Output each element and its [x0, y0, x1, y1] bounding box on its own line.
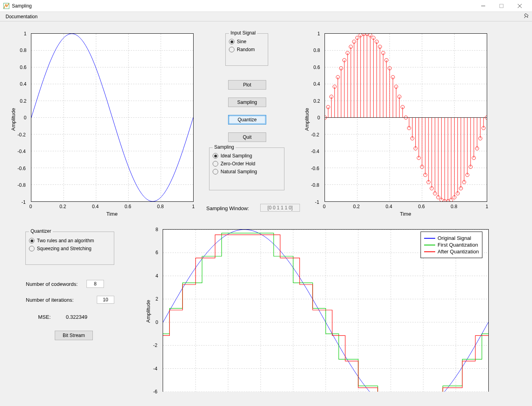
axes1-ytick: -0.6: [17, 166, 26, 171]
axes2-ytick: 0.2: [313, 98, 320, 104]
radio-icon: [213, 161, 218, 167]
axes2-ytick: -0.4: [311, 149, 319, 154]
sampling-window-label: Sampling Window:: [206, 205, 249, 211]
axes2-xtick: 0.2: [353, 204, 360, 209]
quantizer-panel: Quantizer Two rules and an algorithm Squ…: [25, 232, 114, 265]
axes2-xtick: 1: [486, 204, 488, 209]
radio-label: Sine: [237, 39, 246, 44]
axes-input-signal: [31, 33, 194, 202]
axes3-ytick: 6: [156, 250, 158, 255]
radio-icon: [29, 246, 35, 251]
axes2-ytick: 0.6: [313, 65, 320, 70]
axes3-ytick: -2: [153, 343, 157, 348]
axes2-ytick: 0.4: [313, 81, 320, 87]
axes1-ytick: -0.8: [17, 182, 26, 188]
input-signal-title: Input Signal: [229, 30, 257, 36]
axes1-xtick: 0.2: [60, 204, 66, 209]
axes3-ytick: 2: [156, 296, 158, 302]
quit-button[interactable]: Quit: [228, 132, 266, 142]
close-button[interactable]: [511, 0, 529, 12]
axes2-xtick: 0.4: [386, 204, 392, 209]
radio-icon: [229, 47, 234, 52]
mse-label: MSE:: [38, 314, 51, 320]
radio-icon: [213, 153, 218, 159]
bitstream-button[interactable]: Bit Stream: [55, 331, 93, 340]
sampling-panel-title: Sampling: [213, 144, 236, 150]
menu-documentation[interactable]: Documentation: [4, 13, 39, 20]
radio-sine[interactable]: Sine: [226, 38, 268, 46]
maximize-button[interactable]: [492, 0, 511, 12]
axes-sampled-signal: [325, 33, 487, 202]
axes1-ytick: 0.2: [20, 98, 27, 104]
iterations-input[interactable]: 10: [97, 296, 114, 304]
iterations-label: Number of iterations:: [26, 297, 74, 303]
axes2-ytick: 1: [317, 31, 320, 36]
pin-icon[interactable]: [523, 13, 529, 19]
radio-icon: [29, 238, 35, 243]
sampling-panel: Sampling Ideal Sampling Zero-Order Hold …: [209, 147, 284, 190]
sampling-button[interactable]: Sampling: [228, 98, 266, 107]
codewords-label: Number of codewords:: [26, 281, 78, 287]
radio-label: Random: [237, 47, 255, 52]
axes2-xtick: 0: [323, 204, 326, 209]
mse-value: 0.322349: [66, 314, 87, 320]
titlebar: Sampling: [0, 0, 532, 12]
axes1-ytick: 0.8: [20, 48, 27, 53]
axes1-ytick: 1: [24, 31, 27, 36]
radio-ideal-sampling[interactable]: Ideal Sampling: [209, 152, 284, 160]
axes2-xlabel: Time: [400, 211, 411, 217]
axes3-ytick: 8: [156, 227, 158, 232]
legend-entry: First Quantization: [424, 242, 479, 248]
radio-zero-order-hold[interactable]: Zero-Order Hold: [209, 160, 284, 168]
axes3-ytick: 0: [156, 320, 158, 325]
radio-icon: [213, 169, 218, 174]
axes1-ytick: -1: [21, 199, 26, 205]
axes2-ylabel: Amplitude: [304, 108, 310, 131]
radio-label: Two rules and an algorithm: [37, 238, 94, 243]
axes2-ytick: -0.2: [311, 132, 319, 138]
legend-label: First Quantization: [438, 242, 478, 248]
axes1-ylabel: Amplitude: [10, 108, 16, 131]
radio-random[interactable]: Random: [226, 46, 268, 54]
minimize-button[interactable]: [474, 0, 492, 12]
axes1-ytick: -0.2: [17, 132, 26, 138]
legend-line-icon: [424, 251, 435, 252]
plot-button[interactable]: Plot: [228, 80, 266, 90]
codewords-input[interactable]: 8: [86, 280, 104, 288]
sampling-window-input[interactable]: [0 0 1 1 1 0]: [260, 204, 300, 212]
quantizer-panel-title: Quantizer: [29, 228, 53, 234]
axes3-legend[interactable]: Original Signal First Quantization After…: [421, 232, 482, 258]
axes1-xtick: 0: [29, 204, 32, 209]
radio-icon: [229, 39, 234, 44]
radio-label: Zero-Order Hold: [221, 161, 255, 167]
radio-label: Ideal Sampling: [221, 153, 252, 159]
axes1-xlabel: Time: [106, 211, 117, 217]
axes1-ytick: 0.4: [20, 81, 27, 87]
quantize-button[interactable]: Quantize: [228, 115, 266, 124]
axes2-ytick: -0.6: [311, 166, 319, 171]
legend-entry: After Quantization: [424, 249, 479, 255]
axes1-ytick: 0: [24, 115, 27, 121]
axes3-ytick: -4: [153, 366, 157, 372]
radio-natural-sampling[interactable]: Natural Sampling: [209, 168, 284, 176]
svg-rect-3: [500, 4, 503, 8]
axes2-ytick: 0: [317, 115, 320, 121]
axes1-ytick: -0.4: [17, 149, 26, 154]
axes3-ytick: -6: [153, 389, 157, 395]
legend-label: Original Signal: [438, 235, 471, 241]
axes1-xtick: 0.6: [125, 204, 131, 209]
radio-two-rules[interactable]: Two rules and an algorithm: [26, 237, 114, 245]
axes3-ytick: 4: [156, 273, 158, 279]
axes1-xtick: 0.8: [157, 204, 164, 209]
axes2-xtick: 0.6: [418, 204, 425, 209]
legend-line-icon: [424, 238, 435, 239]
axes2-xtick: 0.8: [451, 204, 457, 209]
axes1-xtick: 0.4: [92, 204, 99, 209]
axes1-ytick: 0.6: [20, 65, 27, 70]
axes2-ytick: -0.8: [311, 182, 319, 188]
radio-label: Natural Sampling: [221, 169, 257, 174]
input-signal-panel: Input Signal Sine Random: [225, 33, 268, 66]
radio-label: Squeezing and Stretching: [37, 246, 91, 251]
legend-line-icon: [424, 245, 435, 245]
radio-squeezing[interactable]: Squeezing and Stretching: [26, 245, 114, 253]
